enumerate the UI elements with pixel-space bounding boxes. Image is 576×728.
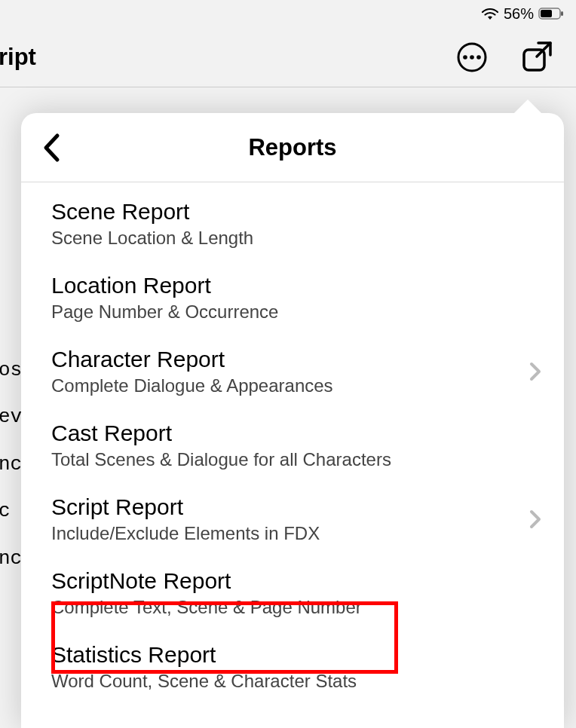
popover-header: Reports bbox=[21, 113, 564, 182]
more-icon[interactable] bbox=[455, 41, 489, 74]
report-title: Scene Report bbox=[51, 199, 253, 225]
report-subtitle: Word Count, Scene & Character Stats bbox=[51, 671, 357, 692]
report-item-statistics[interactable]: Statistics Report Word Count, Scene & Ch… bbox=[21, 630, 564, 704]
report-subtitle: Complete Text, Scene & Page Number bbox=[51, 597, 362, 618]
report-title: Location Report bbox=[51, 273, 278, 298]
share-icon[interactable] bbox=[519, 40, 553, 75]
reports-popover: Reports Scene Report Scene Location & Le… bbox=[21, 113, 564, 728]
chevron-right-icon bbox=[529, 509, 541, 529]
report-subtitle: Scene Location & Length bbox=[51, 228, 253, 249]
page-title: ript bbox=[0, 44, 36, 71]
top-bar-actions bbox=[455, 40, 553, 75]
report-title: ScriptNote Report bbox=[51, 568, 362, 594]
battery-percent-label: 56% bbox=[504, 5, 534, 23]
report-item-scene[interactable]: Scene Report Scene Location & Length bbox=[21, 187, 564, 261]
report-title: Script Report bbox=[51, 494, 320, 520]
report-item-character[interactable]: Character Report Complete Dialogue & App… bbox=[21, 335, 564, 408]
top-bar: ript bbox=[0, 27, 576, 87]
battery-icon bbox=[538, 8, 564, 20]
report-item-scriptnote[interactable]: ScriptNote Report Complete Text, Scene &… bbox=[21, 556, 564, 630]
svg-rect-2 bbox=[561, 11, 563, 16]
report-title: Cast Report bbox=[51, 421, 391, 446]
background-text: os ev nc c nc bbox=[0, 347, 22, 582]
svg-point-6 bbox=[476, 55, 481, 60]
popover-title: Reports bbox=[21, 134, 564, 161]
report-item-cast[interactable]: Cast Report Total Scenes & Dialogue for … bbox=[21, 408, 564, 482]
popover-arrow bbox=[514, 99, 541, 113]
report-list: Scene Report Scene Location & Length Loc… bbox=[21, 182, 564, 704]
report-title: Character Report bbox=[51, 347, 333, 372]
report-subtitle: Complete Dialogue & Appearances bbox=[51, 375, 333, 396]
report-subtitle: Total Scenes & Dialogue for all Characte… bbox=[51, 449, 391, 470]
report-title: Statistics Report bbox=[51, 642, 357, 668]
back-button[interactable] bbox=[35, 131, 68, 164]
svg-point-4 bbox=[463, 55, 467, 60]
report-subtitle: Include/Exclude Elements in FDX bbox=[51, 523, 320, 544]
wifi-icon bbox=[481, 7, 499, 20]
chevron-right-icon bbox=[529, 362, 541, 381]
report-item-script[interactable]: Script Report Include/Exclude Elements i… bbox=[21, 482, 564, 556]
report-subtitle: Page Number & Occurrence bbox=[51, 301, 278, 323]
svg-rect-1 bbox=[541, 10, 552, 17]
report-item-location[interactable]: Location Report Page Number & Occurrence bbox=[21, 261, 564, 335]
status-bar: 56% bbox=[0, 0, 576, 27]
svg-point-5 bbox=[470, 55, 474, 60]
